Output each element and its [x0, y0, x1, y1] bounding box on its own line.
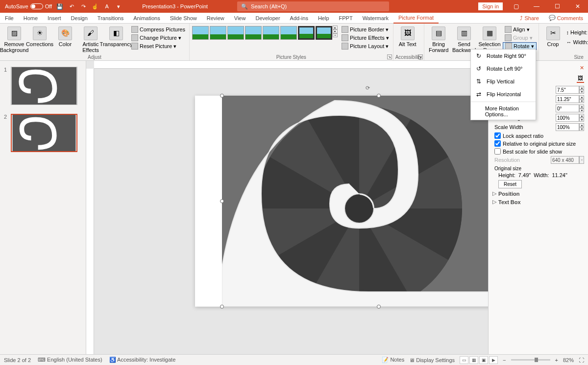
tab-home[interactable]: Home — [19, 13, 43, 24]
thumbnail-1[interactable]: 1 — [0, 65, 86, 112]
close-pane-icon[interactable]: ✕ — [580, 65, 584, 71]
zoom-slider[interactable] — [511, 359, 550, 361]
picture-style-preset[interactable] — [316, 26, 332, 40]
crop-button[interactable]: ✂Crop — [541, 26, 565, 47]
zoom-in-button[interactable]: + — [555, 357, 558, 363]
color-button[interactable]: 🎨Color — [53, 26, 77, 47]
remove-background-button[interactable]: ▨Remove Background — [2, 26, 26, 53]
flip-horizontal-item[interactable]: ⇄Flip Horizontal — [471, 88, 536, 101]
slideshow-view-button[interactable]: ▶ — [489, 356, 498, 364]
styles-scroll-up[interactable]: ▴ — [333, 26, 338, 29]
slide-canvas-area[interactable]: ⟳ — [86, 61, 488, 354]
bring-forward-button[interactable]: ▤Bring Forward — [426, 26, 451, 53]
picture-style-preset[interactable] — [245, 26, 262, 40]
tab-file[interactable]: File — [0, 13, 19, 24]
picture-layout-button[interactable]: Picture Layout▾ — [340, 42, 391, 50]
tab-watermark[interactable]: Watermark — [358, 13, 393, 24]
tab-review[interactable]: Review — [202, 13, 229, 24]
thumbnail-2[interactable]: 2 — [0, 112, 86, 159]
best-scale-checkbox[interactable]: Best scale for slide show — [494, 148, 584, 155]
autosave-switch-icon[interactable] — [30, 3, 43, 9]
pane-width-input[interactable] — [556, 95, 579, 103]
accessibility-launcher[interactable]: ↘ — [418, 54, 423, 59]
spin-down[interactable]: ▾ — [579, 99, 584, 103]
minimize-button[interactable]: — — [529, 0, 544, 13]
tab-view[interactable]: View — [229, 13, 251, 24]
pane-height-input[interactable] — [556, 86, 579, 94]
share-button[interactable]: ⤴Share — [515, 15, 543, 21]
rotation-handle[interactable]: ⟳ — [366, 85, 372, 92]
touch-mode-icon[interactable]: ☝ — [91, 2, 99, 10]
sorter-view-button[interactable]: ▦ — [469, 356, 478, 364]
tab-picture-format[interactable]: Picture Format — [393, 13, 439, 24]
change-picture-button[interactable]: Change Picture▾ — [129, 34, 187, 42]
notes-button[interactable]: 📝 Notes — [382, 357, 404, 363]
search-box[interactable]: 🔍 Search (Alt+Q) — [237, 1, 389, 11]
tab-help[interactable]: Help — [313, 13, 334, 24]
more-rotation-options-item[interactable]: More Rotation Options... — [471, 103, 536, 120]
picture-style-preset[interactable] — [263, 26, 279, 40]
picture-effects-button[interactable]: Picture Effects▾ — [340, 34, 391, 42]
ribbon-display-icon[interactable]: ▢ — [509, 0, 523, 13]
pane-rotation-input[interactable] — [556, 104, 579, 112]
accessibility-status[interactable]: ♿ Accessibility: Investigate — [109, 357, 176, 363]
tab-design[interactable]: Design — [66, 13, 93, 24]
spin-down[interactable]: ▾ — [579, 118, 584, 122]
textbox-section[interactable]: ▷Text Box — [492, 199, 584, 205]
spin-up[interactable]: ▴ — [579, 95, 584, 99]
normal-view-button[interactable]: ▭ — [460, 356, 468, 364]
undo-icon[interactable]: ↶ — [68, 2, 75, 10]
display-settings-button[interactable]: 🖥 Display Settings — [409, 357, 455, 363]
compress-pictures-button[interactable]: Compress Pictures — [129, 26, 187, 33]
zoom-out-button[interactable]: − — [503, 357, 506, 363]
tab-transitions[interactable]: Transitions — [93, 13, 128, 24]
spin-up[interactable]: ▴ — [579, 86, 584, 90]
pane-scaleh-input[interactable] — [556, 114, 579, 122]
fit-to-window-button[interactable]: ⛶ — [579, 357, 584, 363]
picture-style-preset[interactable] — [192, 26, 209, 40]
spin-down[interactable]: ▾ — [579, 90, 584, 94]
reading-view-button[interactable]: ▣ — [479, 356, 488, 364]
tab-insert[interactable]: Insert — [43, 13, 66, 24]
rotate-right-90-item[interactable]: ↻Rotate Right 90° — [471, 50, 536, 62]
tab-developer[interactable]: Developer — [250, 13, 285, 24]
picture-border-button[interactable]: Picture Border▾ — [340, 26, 391, 33]
lock-aspect-checkbox[interactable]: Lock aspect ratio — [494, 132, 584, 139]
picture-style-preset[interactable] — [210, 26, 226, 40]
picture-style-preset[interactable] — [298, 26, 315, 40]
picture-style-preset[interactable] — [227, 26, 244, 40]
tab-addins[interactable]: Add-ins — [285, 13, 313, 24]
sign-in-button[interactable]: Sign in — [478, 2, 503, 10]
corrections-button[interactable]: ☀Corrections — [27, 26, 52, 47]
relative-size-checkbox[interactable]: Relative to original picture size — [494, 140, 584, 147]
maximize-button[interactable]: ☐ — [550, 0, 564, 13]
spin-up[interactable]: ▴ — [579, 123, 584, 127]
align-button[interactable]: Align▾ — [503, 26, 536, 33]
close-button[interactable]: ✕ — [570, 0, 585, 13]
redo-icon[interactable]: ↷ — [79, 2, 87, 10]
rotate-left-90-item[interactable]: ↺Rotate Left 90° — [471, 62, 536, 75]
artistic-effects-button[interactable]: 🖌Artistic Effects — [78, 26, 103, 53]
reset-picture-button[interactable]: Reset Picture▾ — [129, 42, 187, 50]
tab-slideshow[interactable]: Slide Show — [165, 13, 202, 24]
tab-fppt[interactable]: FPPT — [334, 13, 358, 24]
styles-launcher[interactable]: ↘ — [387, 54, 392, 59]
zoom-thumb[interactable] — [535, 358, 538, 362]
resize-handle-s[interactable] — [377, 305, 381, 309]
transparency-button[interactable]: ◧Transparency — [104, 26, 128, 47]
slide[interactable]: ⟳ — [195, 96, 488, 307]
font-icon[interactable]: A — [103, 2, 111, 10]
save-icon[interactable]: 💾 — [56, 2, 64, 10]
position-section[interactable]: ▷Position — [492, 190, 584, 197]
alt-text-button[interactable]: 🖼Alt Text — [395, 26, 420, 47]
slide-counter[interactable]: Slide 2 of 2 — [4, 357, 31, 363]
resize-handle-n[interactable] — [377, 94, 381, 98]
resize-handle-nw[interactable] — [220, 94, 224, 98]
resize-handle-sw[interactable] — [220, 305, 224, 309]
zoom-level[interactable]: 82% — [563, 357, 574, 363]
autosave-toggle[interactable]: AutoSave Off — [5, 3, 52, 9]
pane-scalew-input[interactable] — [556, 123, 579, 131]
resize-handle-w[interactable] — [220, 199, 224, 203]
spin-down[interactable]: ▾ — [579, 108, 584, 112]
reset-size-button[interactable]: Reset — [498, 180, 522, 188]
